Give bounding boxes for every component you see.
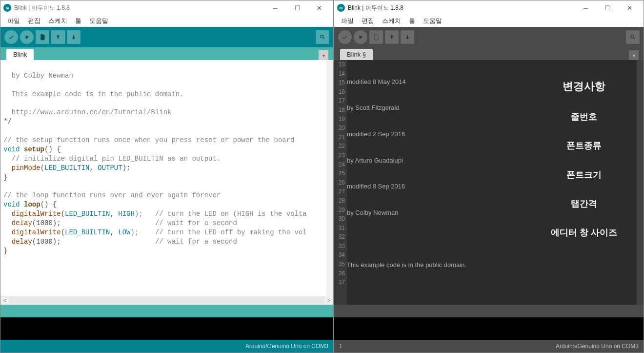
titlebar: Blink | 아두이노 1.8.8 ─ ☐ ✕ bbox=[0, 0, 333, 15]
line-number: 26 bbox=[336, 178, 345, 187]
menu-sketch[interactable]: 스케치 bbox=[378, 15, 405, 27]
line-number: 23 bbox=[336, 151, 345, 160]
svg-line-1 bbox=[323, 38, 324, 39]
line-number: 1 bbox=[339, 343, 342, 350]
serial-monitor-button[interactable] bbox=[316, 30, 329, 44]
line-number: 36 bbox=[336, 269, 345, 278]
file-icon bbox=[373, 34, 380, 41]
line-number: 20 bbox=[336, 124, 345, 133]
close-button[interactable]: ✕ bbox=[619, 0, 641, 15]
svg-point-2 bbox=[631, 35, 634, 38]
line-number: 31 bbox=[336, 224, 345, 233]
horizontal-scrollbar[interactable]: < > bbox=[0, 296, 333, 305]
footer: Arduino/Genuino Uno on COM3 bbox=[0, 340, 333, 353]
vertical-scrollbar[interactable] bbox=[326, 60, 333, 296]
menu-edit[interactable]: 편집 bbox=[358, 15, 378, 27]
arrow-right-icon bbox=[357, 34, 364, 41]
menu-file[interactable]: 파일 bbox=[337, 15, 358, 27]
close-button[interactable]: ✕ bbox=[308, 0, 330, 15]
titlebar: Blink | 아두이노 1.8.8 ─ ☐ ✕ bbox=[334, 0, 644, 15]
maximize-button[interactable]: ☐ bbox=[286, 0, 308, 15]
scroll-left-icon[interactable]: < bbox=[0, 296, 9, 305]
upload-button[interactable] bbox=[20, 30, 34, 44]
line-number: 28 bbox=[336, 196, 345, 206]
new-button[interactable] bbox=[36, 30, 49, 44]
editor-area: by Colby Newman This example code is in … bbox=[0, 60, 333, 296]
status-bar bbox=[334, 305, 644, 317]
line-number: 34 bbox=[336, 250, 345, 260]
check-icon bbox=[8, 34, 15, 41]
arduino-logo-icon bbox=[3, 4, 11, 12]
window-controls: ─ ☐ ✕ bbox=[264, 0, 330, 15]
file-icon bbox=[39, 34, 46, 41]
code-editor[interactable]: modified 8 May 2014 by Scott Fitzgerald … bbox=[347, 60, 637, 305]
serial-monitor-button[interactable] bbox=[626, 30, 640, 44]
open-button[interactable] bbox=[51, 30, 65, 44]
new-button[interactable] bbox=[369, 30, 383, 44]
save-button[interactable] bbox=[401, 30, 414, 44]
code-editor[interactable]: by Colby Newman This example code is in … bbox=[0, 60, 326, 296]
status-bar bbox=[0, 305, 333, 317]
svg-line-3 bbox=[633, 38, 635, 39]
save-button[interactable] bbox=[67, 30, 80, 44]
arduino-ide-light: Blink | 아두이노 1.8.8 ─ ☐ ✕ 파일 편집 스케치 툴 도움말 bbox=[0, 0, 334, 353]
line-number: 25 bbox=[336, 169, 345, 178]
menubar: 파일 편집 스케치 툴 도움말 bbox=[0, 15, 333, 27]
upload-button[interactable] bbox=[354, 30, 367, 44]
console[interactable] bbox=[0, 317, 333, 340]
arrow-up-icon bbox=[388, 34, 395, 41]
menu-sketch[interactable]: 스케치 bbox=[44, 15, 71, 27]
line-number: 21 bbox=[336, 133, 345, 142]
minimize-button[interactable]: ─ bbox=[264, 0, 286, 15]
minimize-button[interactable]: ─ bbox=[575, 0, 597, 15]
line-number: 15 bbox=[336, 78, 345, 87]
line-number: 18 bbox=[336, 105, 345, 115]
line-number: 17 bbox=[336, 96, 345, 105]
line-number-gutter: 1314151617181920212223242526272829303132… bbox=[334, 60, 347, 305]
menu-help[interactable]: 도움말 bbox=[419, 15, 446, 27]
footer: 1 Arduino/Genuino Uno on COM3 bbox=[334, 340, 644, 353]
window-controls: ─ ☐ ✕ bbox=[575, 0, 641, 15]
tabbar: Blink § ▾ bbox=[334, 47, 644, 60]
board-info: Arduino/Genuino Uno on COM3 bbox=[556, 343, 639, 350]
line-number: 13 bbox=[336, 60, 345, 69]
menu-help[interactable]: 도움말 bbox=[85, 15, 112, 27]
arrow-right-icon bbox=[23, 34, 30, 41]
toolbar bbox=[0, 27, 333, 47]
line-number: 29 bbox=[336, 206, 345, 215]
verify-button[interactable] bbox=[338, 30, 352, 44]
editor-area: 1314151617181920212223242526272829303132… bbox=[334, 60, 644, 305]
line-number: 22 bbox=[336, 142, 345, 151]
tab-menu-dropdown[interactable]: ▾ bbox=[319, 50, 328, 60]
svg-point-0 bbox=[321, 35, 323, 38]
search-icon bbox=[319, 34, 326, 41]
line-number: 33 bbox=[336, 242, 345, 251]
line-number: 32 bbox=[336, 232, 345, 242]
menu-tool[interactable]: 툴 bbox=[405, 15, 419, 27]
arrow-up-icon bbox=[55, 34, 61, 41]
menu-file[interactable]: 파일 bbox=[3, 15, 24, 27]
verify-button[interactable] bbox=[4, 30, 18, 44]
window-title: Blink | 아두이노 1.8.8 bbox=[348, 4, 575, 12]
scroll-right-icon[interactable]: > bbox=[324, 296, 333, 305]
tabbar: Blink ▾ bbox=[0, 47, 333, 60]
menu-edit[interactable]: 편집 bbox=[24, 15, 44, 27]
tab-menu-dropdown[interactable]: ▾ bbox=[629, 50, 639, 60]
menubar: 파일 편집 스케치 툴 도움말 bbox=[334, 15, 644, 27]
tab-blink[interactable]: Blink bbox=[6, 49, 34, 60]
line-number: 35 bbox=[336, 260, 345, 269]
window-title: Blink | 아두이노 1.8.8 bbox=[14, 4, 264, 12]
menu-tool[interactable]: 툴 bbox=[71, 15, 85, 27]
board-info: Arduino/Genuino Uno on COM3 bbox=[245, 343, 328, 350]
console[interactable] bbox=[334, 317, 644, 340]
tab-blink[interactable]: Blink § bbox=[340, 49, 373, 60]
arduino-ide-dark: Blink | 아두이노 1.8.8 ─ ☐ ✕ 파일 편집 스케치 툴 도움말 bbox=[334, 0, 644, 353]
maximize-button[interactable]: ☐ bbox=[597, 0, 619, 15]
open-button[interactable] bbox=[385, 30, 399, 44]
arrow-down-icon bbox=[70, 34, 77, 41]
tutorial-link[interactable]: http://www.arduino.cc/en/Tutorial/Blink bbox=[12, 108, 172, 116]
line-number: 16 bbox=[336, 87, 345, 97]
line-number: 14 bbox=[336, 69, 345, 79]
vertical-scrollbar[interactable] bbox=[637, 60, 644, 305]
search-icon bbox=[629, 34, 636, 41]
